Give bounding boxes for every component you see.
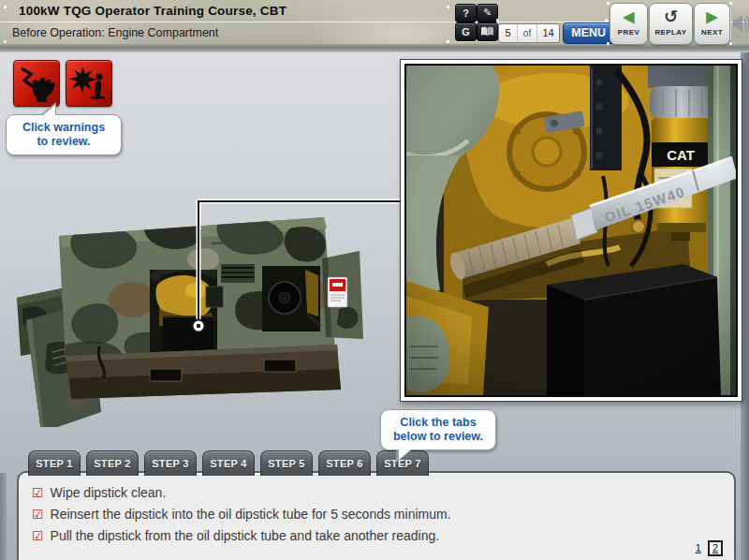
warnings-tooltip-line2: to review. [11,135,116,149]
next-label: NEXT [695,28,729,37]
handle-dot [607,42,609,45]
engine-closeup-illustration: CAT OIL 15W40 [406,66,736,395]
fire-explosion-icon [66,61,111,106]
page-counter: 5 of 14 [498,23,560,43]
replay-label: REPLAY [650,28,692,37]
checklist-item-text: Pull the dipstick from the oil dipstick … [51,525,440,547]
checked-checkbox-icon: ☑ [32,482,44,504]
handle-dot [4,40,7,43]
electric-shock-icon [14,61,59,106]
total-pages: 14 [537,24,559,42]
checklist-item: ☑ Reinsert the dipstick into the oil dip… [32,504,721,525]
current-page: 5 [499,24,518,42]
step-content-panel: ☑ Wipe dipstick clean. ☑ Reinsert the di… [17,471,736,560]
prev-arrow-icon: ◀ [610,4,647,28]
checklist: ☑ Wipe dipstick clean. ☑ Reinsert the di… [19,473,734,547]
callout-line [183,185,407,343]
tabs-tooltip-line1: Click the tabs [386,416,491,430]
warnings-tooltip-line1: Click warnings [11,121,116,135]
handle-dot [729,42,732,45]
menu-label: MENU [571,26,606,39]
fire-explosion-warning-button[interactable] [66,60,112,107]
handle-dot [607,2,609,5]
header-fade [0,44,749,52]
tab-step-4[interactable]: STEP 4 [202,450,255,476]
pencil-icon: ✎ [483,7,492,19]
notes-button[interactable]: ✎ [477,4,498,22]
handle-dot [447,6,449,8]
handle-dot [4,6,7,8]
tab-step-5[interactable]: STEP 5 [260,450,313,476]
left-edge-strip [0,473,7,560]
engine-closeup-frame: CAT OIL 15W40 [400,59,742,402]
tab-step-3[interactable]: STEP 3 [144,450,197,476]
checklist-item-text: Wipe dipstick clean. [51,482,167,504]
of-label: of [518,24,537,42]
panel-pagination: 12 [696,540,723,556]
handle-dot [605,19,608,22]
checklist-item: ☑ Pull the dipstick from the oil dipstic… [32,525,721,547]
replay-button[interactable]: ↺ REPLAY [649,3,693,45]
page-link-2-current[interactable]: 2 [712,542,718,553]
speaker-button[interactable] [733,12,749,38]
warnings-tooltip: Click warnings to review. [6,114,122,155]
tab-step-1[interactable]: STEP 1 [28,450,81,476]
prev-label: PREV [610,28,647,37]
next-button[interactable]: ▶ NEXT [694,3,730,45]
next-arrow-icon: ▶ [695,4,729,28]
electric-shock-warning-button[interactable] [13,60,60,107]
checked-checkbox-icon: ☑ [32,525,44,547]
handle-dot [729,2,732,5]
handle-dot [447,40,449,43]
handle-dot [496,19,499,22]
help-button[interactable]: ? [455,4,477,22]
glossary-button[interactable]: G [455,22,477,41]
checklist-item: ☑ Wipe dipstick clean. [32,482,721,504]
page-link-1[interactable]: 1 [696,542,701,553]
resources-button[interactable] [477,22,498,41]
tab-step-2[interactable]: STEP 2 [86,450,139,476]
tab-step-6[interactable]: STEP 6 [318,450,371,476]
replay-icon: ↺ [650,4,692,28]
speaker-icon [733,12,749,35]
header-divider [729,7,730,40]
checklist-item-text: Reinsert the dipstick into the oil dipst… [51,504,451,525]
tabs-tooltip-line2: below to review. [386,430,491,444]
tabs-tooltip: Click the tabs below to review. [380,409,496,450]
checked-checkbox-icon: ☑ [32,504,44,525]
book-icon [480,25,494,37]
prev-button[interactable]: ◀ PREV [609,3,648,45]
